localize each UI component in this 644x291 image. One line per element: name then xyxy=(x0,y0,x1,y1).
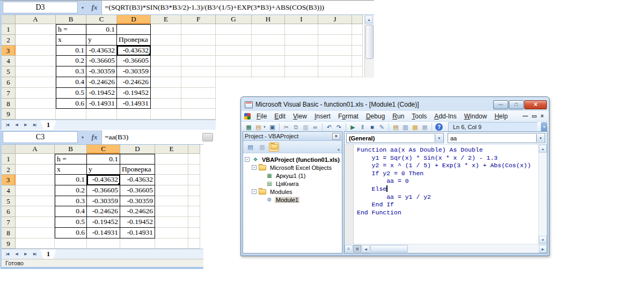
menu-addins[interactable]: Add-Ins xyxy=(430,113,460,120)
cell-A2[interactable] xyxy=(16,35,56,46)
fill-handle[interactable] xyxy=(149,54,151,56)
redo-icon[interactable]: ↷ xyxy=(334,123,343,131)
cell-E3[interactable] xyxy=(155,175,188,185)
cell-E7[interactable] xyxy=(155,217,188,228)
select-all-button[interactable] xyxy=(2,15,16,24)
view-code-button[interactable]: ▤ xyxy=(245,143,255,152)
cell-B2[interactable]: x xyxy=(56,35,86,46)
scroll-right-icon[interactable]: ▶ xyxy=(539,245,547,253)
first-sheet-button[interactable]: |◀ xyxy=(3,121,11,129)
cell-C3[interactable]: -0.43632 xyxy=(86,46,117,56)
cell-H5[interactable] xyxy=(252,66,285,77)
cell-E3[interactable] xyxy=(151,46,181,56)
cell-E9[interactable] xyxy=(151,109,181,120)
cell-G3[interactable] xyxy=(216,46,252,56)
cell-x8[interactable] xyxy=(188,228,200,238)
cell-D5[interactable]: -0.30359 xyxy=(117,66,151,77)
cell-F5[interactable] xyxy=(181,66,216,77)
cell-B8[interactable]: 0.6 xyxy=(56,99,86,109)
cell-D6[interactable]: -0.24626 xyxy=(117,77,151,88)
column-header-C[interactable]: C xyxy=(86,15,117,24)
name-box[interactable]: C3 xyxy=(3,131,78,143)
cell-H1[interactable] xyxy=(252,24,285,35)
minimize-button[interactable]: — xyxy=(493,100,508,109)
toolbar-options-icon[interactable]: ▼ xyxy=(541,122,547,132)
row-header-8[interactable]: 8 xyxy=(2,228,16,238)
cell-D2[interactable]: Проверка xyxy=(117,35,151,46)
row-header-5[interactable]: 5 xyxy=(2,66,16,77)
scroll-thumb[interactable] xyxy=(370,245,408,252)
scroll-thumb[interactable] xyxy=(365,25,374,59)
insert-userform-icon[interactable]: ▤ xyxy=(254,123,263,131)
cell-E5[interactable] xyxy=(151,66,181,77)
cell-J2[interactable] xyxy=(318,35,352,46)
project-tree-item[interactable]: ▤ЦяКнига xyxy=(243,180,342,188)
scroll-left-icon[interactable]: ◀ xyxy=(362,245,370,253)
sheet-tab[interactable]: 1 xyxy=(40,249,56,259)
project-tree-item[interactable]: -Microsoft Excel Objects xyxy=(243,163,342,171)
cell-F4[interactable] xyxy=(181,56,216,66)
cell-I3[interactable] xyxy=(285,46,318,56)
cell-x4[interactable] xyxy=(188,185,200,196)
cell-B3[interactable]: 0.1 xyxy=(56,46,86,56)
menu-tools[interactable]: Tools xyxy=(408,113,430,120)
cell-E6[interactable] xyxy=(151,77,181,88)
mdi-close-button[interactable]: × xyxy=(540,113,544,119)
object-dropdown[interactable]: (General) ▼ xyxy=(346,133,444,143)
cell-J4[interactable] xyxy=(318,56,352,66)
cell-D4[interactable]: -0.36605 xyxy=(120,185,155,196)
cell-D9[interactable] xyxy=(120,238,155,249)
cell-x5[interactable] xyxy=(352,66,363,77)
sheet-tab[interactable]: 1 xyxy=(40,120,56,130)
project-tree-item[interactable]: ⚙Module1 xyxy=(243,196,342,204)
tree-expander-icon[interactable]: - xyxy=(245,157,250,162)
menu-help[interactable]: Help xyxy=(491,113,511,120)
panel-overflow-icon[interactable]: ▼ xyxy=(337,148,340,152)
cell-B6[interactable]: 0.4 xyxy=(55,206,87,217)
first-sheet-button[interactable]: |◀ xyxy=(3,250,11,258)
cell-G5[interactable] xyxy=(216,66,252,77)
cut-icon[interactable]: ✂ xyxy=(282,123,291,131)
cell-D8[interactable]: -0.14931 xyxy=(120,228,155,238)
cell-C5[interactable]: -0.30359 xyxy=(86,66,117,77)
cell-E4[interactable] xyxy=(155,185,188,196)
cell-I4[interactable] xyxy=(285,56,318,66)
cell-D6[interactable]: -0.24626 xyxy=(120,206,155,217)
properties-window-icon[interactable]: ▥ xyxy=(401,123,410,131)
code-editor[interactable]: Function aa(x As Double) As Double y1 = … xyxy=(354,145,538,244)
column-header-partial[interactable] xyxy=(352,15,363,24)
scroll-up-icon[interactable]: ▲ xyxy=(539,145,547,153)
cell-E2[interactable] xyxy=(151,35,181,46)
cell-C1[interactable]: 0.1 xyxy=(87,154,120,165)
last-sheet-button[interactable]: ▶| xyxy=(31,250,39,258)
last-sheet-button[interactable]: ▶| xyxy=(31,121,39,129)
cell-A6[interactable] xyxy=(16,77,56,88)
toolbar-dropdown-icon[interactable]: ▼ xyxy=(263,125,266,129)
cell-x2[interactable] xyxy=(352,35,363,46)
tree-expander-icon[interactable]: - xyxy=(252,165,257,170)
cell-F6[interactable] xyxy=(181,77,216,88)
cell-F8[interactable] xyxy=(181,99,216,109)
project-panel-close-button[interactable]: × xyxy=(332,133,340,140)
cell-D1[interactable] xyxy=(120,154,155,165)
tree-expander-icon[interactable]: - xyxy=(252,189,257,194)
row-header-3[interactable]: 3 xyxy=(2,175,16,185)
cell-x1[interactable] xyxy=(352,24,363,35)
cell-A7[interactable] xyxy=(16,217,55,228)
cell-C2[interactable]: y xyxy=(86,35,117,46)
column-header-partial[interactable] xyxy=(188,145,200,154)
cell-B7[interactable]: 0.5 xyxy=(56,88,86,99)
cell-B5[interactable]: 0.3 xyxy=(55,196,87,207)
cell-E2[interactable] xyxy=(155,165,188,175)
cell-A6[interactable] xyxy=(16,206,55,217)
row-header-2[interactable]: 2 xyxy=(2,165,16,175)
menu-run[interactable]: Run xyxy=(389,113,408,120)
cell-E5[interactable] xyxy=(155,196,188,207)
break-icon[interactable]: ‖ xyxy=(358,123,367,131)
cell-E1[interactable] xyxy=(155,154,188,165)
cell-D9[interactable] xyxy=(117,109,151,120)
cell-B4[interactable]: 0.2 xyxy=(55,185,87,196)
cell-J3[interactable] xyxy=(318,46,352,56)
scroll-up-icon[interactable]: ▲ xyxy=(365,16,373,24)
code-horizontal-scrollbar[interactable]: ≡ ≣ ◀ ▶ xyxy=(345,244,547,253)
